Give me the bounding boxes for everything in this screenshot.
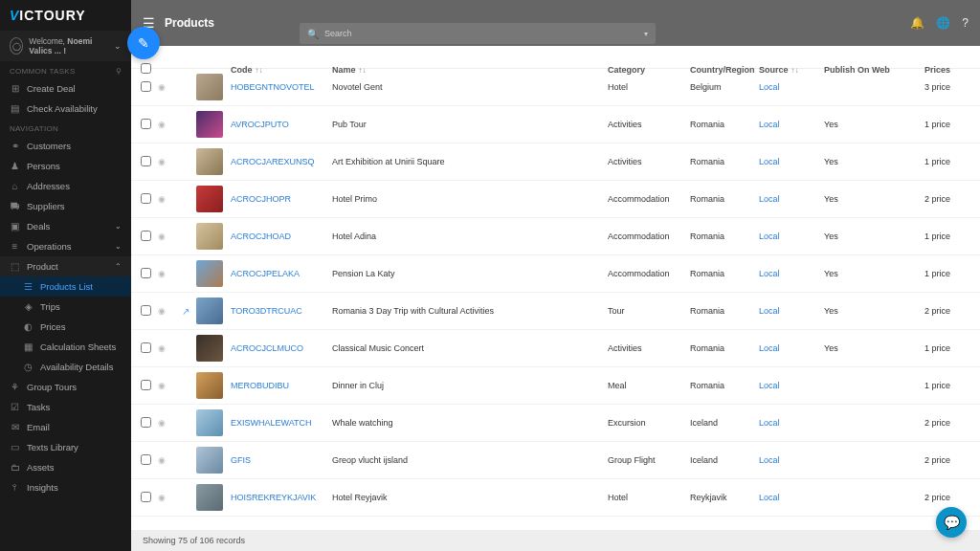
clock-icon: ◷: [23, 362, 33, 372]
product-source-link[interactable]: Local: [759, 343, 824, 353]
nav-email[interactable]: ✉Email: [0, 417, 131, 437]
product-code-link[interactable]: MEROBUDIBU: [231, 381, 332, 390]
product-source-link[interactable]: Local: [759, 157, 824, 166]
nav-availability-details[interactable]: ◷Availability Details: [0, 357, 131, 377]
nav-tasks[interactable]: ☑Tasks: [0, 397, 131, 417]
dropdown-icon[interactable]: ▾: [644, 30, 648, 38]
nav-check-availability[interactable]: ▤Check Availability: [0, 99, 131, 119]
table-row: ◉ACROCJHOPRHotel PrimoAccommodationRoman…: [131, 181, 980, 218]
product-thumbnail[interactable]: [196, 223, 223, 250]
product-code-link[interactable]: HOISREKREYKJAVIK: [231, 493, 332, 502]
product-code-link[interactable]: GFIS: [231, 455, 332, 465]
row-checkbox[interactable]: [141, 268, 151, 278]
product-prices: 2 price: [899, 306, 958, 316]
row-checkbox[interactable]: [141, 380, 151, 390]
visibility-icon[interactable]: ◉: [158, 343, 175, 353]
product-thumbnail[interactable]: [196, 372, 223, 399]
product-thumbnail[interactable]: [196, 260, 223, 287]
nav-calc-sheets[interactable]: ▦Calculation Sheets: [0, 337, 131, 357]
external-link-icon[interactable]: ↗: [175, 306, 196, 317]
product-thumbnail[interactable]: [196, 298, 223, 324]
product-source-link[interactable]: Local: [759, 306, 824, 316]
product-country: Iceland: [690, 418, 759, 428]
row-checkbox[interactable]: [141, 492, 151, 502]
product-source-link[interactable]: Local: [759, 82, 824, 92]
nav-persons[interactable]: ♟Persons: [0, 156, 131, 176]
globe-icon[interactable]: 🌐: [936, 16, 950, 30]
product-category: Hotel: [608, 82, 690, 92]
nav-product[interactable]: ⬚Product⌃: [0, 256, 131, 276]
row-checkbox[interactable]: [141, 305, 151, 316]
product-prices: 1 price: [899, 269, 958, 278]
product-source-link[interactable]: Local: [759, 381, 824, 390]
nav-addresses[interactable]: ⌂Addresses: [0, 176, 131, 196]
visibility-icon[interactable]: ◉: [158, 455, 175, 465]
product-source-link[interactable]: Local: [759, 194, 824, 204]
nav-prices[interactable]: ◐Prices: [0, 317, 131, 337]
row-checkbox[interactable]: [141, 417, 151, 428]
nav-insights[interactable]: ⫯Insights: [0, 477, 131, 497]
help-icon[interactable]: ?: [962, 16, 969, 30]
visibility-icon[interactable]: ◉: [158, 269, 175, 278]
row-checkbox[interactable]: [141, 231, 151, 241]
product-source-link[interactable]: Local: [759, 493, 824, 502]
visibility-icon[interactable]: ◉: [158, 194, 175, 204]
product-source-link[interactable]: Local: [759, 120, 824, 129]
bell-icon[interactable]: 🔔: [910, 16, 924, 30]
chat-icon: 💬: [944, 515, 960, 530]
product-thumbnail[interactable]: [196, 74, 223, 100]
nav-trips[interactable]: ◈Trips: [0, 297, 131, 317]
product-thumbnail[interactable]: [196, 447, 223, 474]
product-source-link[interactable]: Local: [759, 455, 824, 465]
section-common-tasks: COMMON TASKS⚲: [0, 61, 131, 78]
product-code-link[interactable]: AVROCJPUTO: [231, 120, 332, 129]
product-thumbnail[interactable]: [196, 335, 223, 362]
product-thumbnail[interactable]: [196, 148, 223, 175]
welcome-bar[interactable]: ◯ Welcome, Noemi Valics ... ! ⌄: [0, 31, 131, 61]
product-code-link[interactable]: ACROCJAREXUNSQ: [231, 157, 332, 166]
product-source-link[interactable]: Local: [759, 231, 824, 241]
product-code-link[interactable]: ACROCJHOAD: [231, 231, 332, 241]
row-checkbox[interactable]: [141, 156, 151, 166]
nav-operations[interactable]: ≡Operations⌄: [0, 236, 131, 256]
visibility-icon[interactable]: ◉: [158, 306, 175, 316]
nav-create-deal[interactable]: ⊞Create Deal: [0, 78, 131, 99]
product-thumbnail[interactable]: [196, 484, 223, 511]
nav-products-list[interactable]: ☰Products List: [0, 276, 131, 297]
visibility-icon[interactable]: ◉: [158, 231, 175, 241]
nav-suppliers[interactable]: ⛟Suppliers: [0, 196, 131, 216]
fab-edit[interactable]: ✎: [127, 27, 160, 59]
nav-deals[interactable]: ▣Deals⌄: [0, 216, 131, 236]
product-source-link[interactable]: Local: [759, 269, 824, 278]
visibility-icon[interactable]: ◉: [158, 493, 175, 502]
nav-assets[interactable]: 🗀Assets: [0, 457, 131, 477]
pin-icon[interactable]: ⚲: [116, 67, 122, 76]
product-thumbnail[interactable]: [196, 111, 223, 138]
visibility-icon[interactable]: ◉: [158, 82, 175, 92]
product-thumbnail[interactable]: [196, 186, 223, 212]
product-name: Novotel Gent: [332, 82, 608, 92]
visibility-icon[interactable]: ◉: [158, 120, 175, 129]
visibility-icon[interactable]: ◉: [158, 157, 175, 166]
row-checkbox[interactable]: [141, 342, 151, 353]
chat-fab[interactable]: 💬: [936, 507, 967, 538]
product-source-link[interactable]: Local: [759, 418, 824, 428]
product-code-link[interactable]: TORO3DTRCUAC: [231, 306, 332, 316]
product-code-link[interactable]: ACROCJHOPR: [231, 194, 332, 204]
nav-group-tours[interactable]: ⚘Group Tours: [0, 377, 131, 397]
visibility-icon[interactable]: ◉: [158, 381, 175, 390]
visibility-icon[interactable]: ◉: [158, 418, 175, 428]
product-code-link[interactable]: HOBEGNTNOVOTEL: [231, 82, 332, 92]
nav-customers[interactable]: ⚭Customers: [0, 136, 131, 156]
row-checkbox[interactable]: [141, 193, 151, 204]
product-code-link[interactable]: ACROCJPELAKA: [231, 269, 332, 278]
row-checkbox[interactable]: [141, 454, 151, 465]
row-checkbox[interactable]: [141, 119, 151, 129]
nav-texts-library[interactable]: ▭Texts Library: [0, 437, 131, 457]
row-checkbox[interactable]: [141, 81, 151, 92]
product-code-link[interactable]: ACROCJCLMUCO: [231, 343, 332, 353]
product-code-link[interactable]: EXISWHALEWATCH: [231, 418, 332, 428]
product-category: Tour: [608, 306, 690, 316]
product-thumbnail[interactable]: [196, 409, 223, 436]
search-input[interactable]: 🔍 Search ▾: [300, 23, 656, 44]
